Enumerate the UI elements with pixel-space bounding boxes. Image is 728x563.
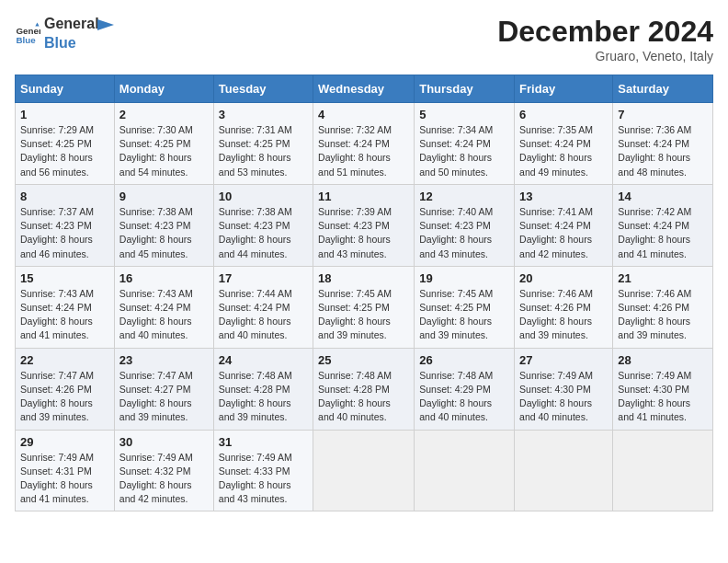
day-number: 24 — [219, 353, 308, 367]
day-detail: Sunrise: 7:46 AMSunset: 4:26 PMDaylight:… — [618, 288, 691, 341]
day-number: 21 — [618, 271, 708, 285]
logo-blue: Blue — [44, 34, 99, 53]
day-detail: Sunrise: 7:30 AMSunset: 4:25 PMDaylight:… — [119, 124, 193, 178]
day-number: 31 — [219, 435, 308, 449]
day-detail: Sunrise: 7:49 AMSunset: 4:30 PMDaylight:… — [519, 370, 593, 423]
svg-marker-3 — [97, 19, 114, 30]
day-detail: Sunrise: 7:49 AMSunset: 4:31 PMDaylight:… — [20, 452, 94, 505]
calendar-table: SundayMondayTuesdayWednesdayThursdayFrid… — [15, 75, 713, 511]
day-number: 6 — [519, 108, 608, 121]
day-detail: Sunrise: 7:45 AMSunset: 4:25 PMDaylight:… — [318, 288, 392, 341]
day-detail: Sunrise: 7:42 AMSunset: 4:24 PMDaylight:… — [618, 206, 691, 259]
day-detail: Sunrise: 7:35 AMSunset: 4:24 PMDaylight:… — [519, 124, 593, 178]
calendar-cell: 8 Sunrise: 7:37 AMSunset: 4:23 PMDayligh… — [16, 184, 115, 266]
calendar-cell — [415, 430, 515, 511]
day-number: 11 — [318, 190, 409, 203]
day-detail: Sunrise: 7:48 AMSunset: 4:29 PMDaylight:… — [419, 370, 493, 423]
day-detail: Sunrise: 7:29 AMSunset: 4:25 PMDaylight:… — [20, 124, 94, 178]
calendar-cell: 1 Sunrise: 7:29 AMSunset: 4:25 PMDayligh… — [16, 103, 115, 185]
day-detail: Sunrise: 7:38 AMSunset: 4:23 PMDaylight:… — [119, 206, 193, 259]
day-detail: Sunrise: 7:38 AMSunset: 4:23 PMDaylight:… — [219, 206, 292, 259]
calendar-cell: 24 Sunrise: 7:48 AMSunset: 4:28 PMDaylig… — [213, 348, 313, 430]
day-number: 2 — [119, 108, 209, 121]
col-header-thursday: Thursday — [415, 75, 515, 103]
day-number: 30 — [119, 435, 209, 449]
day-number: 18 — [318, 271, 409, 285]
day-detail: Sunrise: 7:49 AMSunset: 4:30 PMDaylight:… — [618, 370, 691, 423]
calendar-cell: 10 Sunrise: 7:38 AMSunset: 4:23 PMDaylig… — [213, 184, 313, 266]
calendar-cell: 28 Sunrise: 7:49 AMSunset: 4:30 PMDaylig… — [613, 348, 713, 430]
day-number: 12 — [419, 190, 509, 203]
calendar-cell — [515, 430, 613, 511]
day-detail: Sunrise: 7:48 AMSunset: 4:28 PMDaylight:… — [318, 370, 392, 423]
calendar-cell: 21 Sunrise: 7:46 AMSunset: 4:26 PMDaylig… — [613, 266, 713, 348]
calendar-cell: 2 Sunrise: 7:30 AMSunset: 4:25 PMDayligh… — [114, 103, 213, 185]
calendar-cell: 14 Sunrise: 7:42 AMSunset: 4:24 PMDaylig… — [613, 184, 713, 266]
svg-marker-2 — [35, 22, 39, 26]
day-number: 3 — [219, 108, 308, 121]
col-header-monday: Monday — [114, 75, 213, 103]
calendar-cell — [313, 430, 415, 511]
day-number: 1 — [20, 108, 109, 121]
day-number: 22 — [20, 353, 109, 367]
calendar-week-row: 29 Sunrise: 7:49 AMSunset: 4:31 PMDaylig… — [16, 430, 713, 511]
day-detail: Sunrise: 7:47 AMSunset: 4:26 PMDaylight:… — [20, 370, 94, 423]
day-detail: Sunrise: 7:44 AMSunset: 4:24 PMDaylight:… — [219, 288, 292, 341]
col-header-friday: Friday — [515, 75, 613, 103]
day-detail: Sunrise: 7:47 AMSunset: 4:27 PMDaylight:… — [119, 370, 193, 423]
day-number: 5 — [419, 108, 509, 121]
calendar-week-row: 1 Sunrise: 7:29 AMSunset: 4:25 PMDayligh… — [16, 103, 713, 185]
calendar-cell: 3 Sunrise: 7:31 AMSunset: 4:25 PMDayligh… — [213, 103, 313, 185]
day-number: 4 — [318, 108, 409, 121]
day-detail: Sunrise: 7:49 AMSunset: 4:32 PMDaylight:… — [119, 452, 193, 505]
day-detail: Sunrise: 7:40 AMSunset: 4:23 PMDaylight:… — [419, 206, 493, 259]
col-header-sunday: Sunday — [16, 75, 115, 103]
day-detail: Sunrise: 7:46 AMSunset: 4:26 PMDaylight:… — [519, 288, 593, 341]
page-header: General Blue General Blue December 2024 … — [15, 15, 713, 63]
day-number: 9 — [119, 190, 209, 203]
day-detail: Sunrise: 7:32 AMSunset: 4:24 PMDaylight:… — [318, 124, 392, 178]
day-detail: Sunrise: 7:34 AMSunset: 4:24 PMDaylight:… — [419, 124, 493, 178]
day-number: 16 — [119, 271, 209, 285]
calendar-cell: 20 Sunrise: 7:46 AMSunset: 4:26 PMDaylig… — [515, 266, 613, 348]
day-number: 26 — [419, 353, 509, 367]
day-number: 10 — [219, 190, 308, 203]
calendar-cell: 25 Sunrise: 7:48 AMSunset: 4:28 PMDaylig… — [313, 348, 415, 430]
page-title: December 2024 — [497, 15, 713, 49]
col-header-tuesday: Tuesday — [213, 75, 313, 103]
calendar-cell: 15 Sunrise: 7:43 AMSunset: 4:24 PMDaylig… — [16, 266, 115, 348]
calendar-cell: 27 Sunrise: 7:49 AMSunset: 4:30 PMDaylig… — [515, 348, 613, 430]
calendar-header-row: SundayMondayTuesdayWednesdayThursdayFrid… — [16, 75, 713, 103]
calendar-cell: 22 Sunrise: 7:47 AMSunset: 4:26 PMDaylig… — [16, 348, 115, 430]
calendar-cell: 6 Sunrise: 7:35 AMSunset: 4:24 PMDayligh… — [515, 103, 613, 185]
calendar-cell: 9 Sunrise: 7:38 AMSunset: 4:23 PMDayligh… — [114, 184, 213, 266]
day-detail: Sunrise: 7:48 AMSunset: 4:28 PMDaylight:… — [219, 370, 292, 423]
calendar-cell: 26 Sunrise: 7:48 AMSunset: 4:29 PMDaylig… — [415, 348, 515, 430]
calendar-cell: 12 Sunrise: 7:40 AMSunset: 4:23 PMDaylig… — [415, 184, 515, 266]
calendar-cell: 17 Sunrise: 7:44 AMSunset: 4:24 PMDaylig… — [213, 266, 313, 348]
col-header-saturday: Saturday — [613, 75, 713, 103]
calendar-cell: 19 Sunrise: 7:45 AMSunset: 4:25 PMDaylig… — [415, 266, 515, 348]
day-number: 25 — [318, 353, 409, 367]
day-detail: Sunrise: 7:41 AMSunset: 4:24 PMDaylight:… — [519, 206, 593, 259]
calendar-cell: 16 Sunrise: 7:43 AMSunset: 4:24 PMDaylig… — [114, 266, 213, 348]
day-number: 14 — [618, 190, 708, 203]
day-number: 17 — [219, 271, 308, 285]
day-detail: Sunrise: 7:39 AMSunset: 4:23 PMDaylight:… — [318, 206, 392, 259]
calendar-cell: 13 Sunrise: 7:41 AMSunset: 4:24 PMDaylig… — [515, 184, 613, 266]
day-detail: Sunrise: 7:49 AMSunset: 4:33 PMDaylight:… — [219, 452, 292, 505]
col-header-wednesday: Wednesday — [313, 75, 415, 103]
logo-general: General — [44, 15, 99, 34]
day-detail: Sunrise: 7:31 AMSunset: 4:25 PMDaylight:… — [219, 124, 292, 178]
title-block: December 2024 Gruaro, Veneto, Italy — [497, 15, 713, 63]
calendar-week-row: 22 Sunrise: 7:47 AMSunset: 4:26 PMDaylig… — [16, 348, 713, 430]
calendar-cell: 18 Sunrise: 7:45 AMSunset: 4:25 PMDaylig… — [313, 266, 415, 348]
day-number: 23 — [119, 353, 209, 367]
day-number: 19 — [419, 271, 509, 285]
day-number: 28 — [618, 353, 708, 367]
logo-icon: General Blue — [15, 21, 40, 47]
day-number: 29 — [20, 435, 109, 449]
day-detail: Sunrise: 7:43 AMSunset: 4:24 PMDaylight:… — [119, 288, 193, 341]
calendar-week-row: 15 Sunrise: 7:43 AMSunset: 4:24 PMDaylig… — [16, 266, 713, 348]
day-detail: Sunrise: 7:36 AMSunset: 4:24 PMDaylight:… — [618, 124, 691, 178]
